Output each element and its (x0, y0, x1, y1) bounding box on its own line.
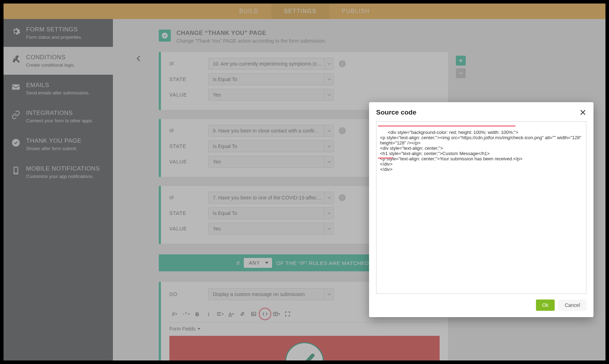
cancel-button[interactable]: Cancel (558, 300, 586, 311)
dialog-close-button[interactable] (579, 109, 586, 116)
ok-button[interactable]: Ok (536, 300, 555, 311)
annotation-arrow (4, 360, 605, 364)
dialog-title: Source code (376, 109, 416, 116)
source-code-dialog: Source code <div style="background-color… (369, 102, 593, 317)
source-code-textarea[interactable]: <div style="background-color: red; heigh… (376, 121, 586, 294)
app-frame: BUILD SETTINGS PUBLISH FORM SETTINGSForm… (4, 4, 605, 360)
